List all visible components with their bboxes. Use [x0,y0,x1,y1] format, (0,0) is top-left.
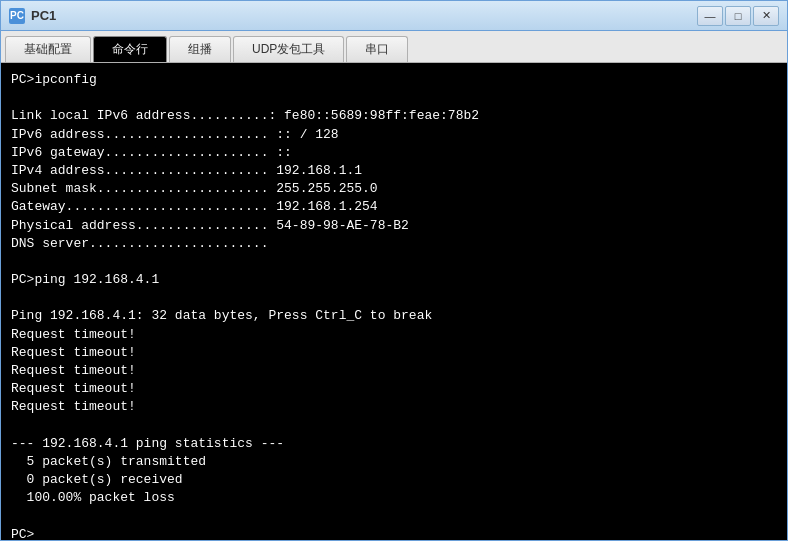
title-bar-left: PC PC1 [9,8,56,24]
window-icon: PC [9,8,25,24]
close-button[interactable]: ✕ [753,6,779,26]
maximize-button[interactable]: □ [725,6,751,26]
terminal-output[interactable]: PC>ipconfig Link local IPv6 address.....… [1,63,787,540]
minimize-button[interactable]: — [697,6,723,26]
tab-cmd[interactable]: 命令行 [93,36,167,62]
tab-basic[interactable]: 基础配置 [5,36,91,62]
window-title: PC1 [31,8,56,23]
tab-serial[interactable]: 串口 [346,36,408,62]
tab-multicast[interactable]: 组播 [169,36,231,62]
title-bar-buttons: — □ ✕ [697,6,779,26]
content-area: PC>ipconfig Link local IPv6 address.....… [1,63,787,540]
title-bar: PC PC1 — □ ✕ [1,1,787,31]
tab-udp[interactable]: UDP发包工具 [233,36,344,62]
tab-bar: 基础配置 命令行 组播 UDP发包工具 串口 [1,31,787,63]
main-window: PC PC1 — □ ✕ 基础配置 命令行 组播 UDP发包工具 串口 PC>i… [0,0,788,541]
